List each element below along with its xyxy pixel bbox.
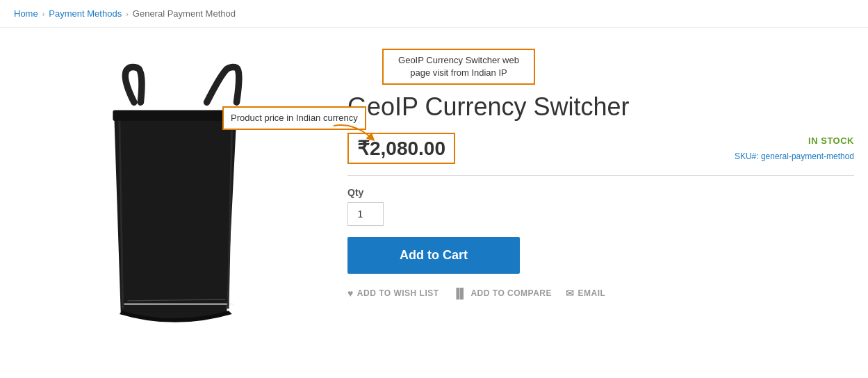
breadcrumb-sep-1: › xyxy=(42,10,45,18)
qty-section: Qty xyxy=(347,187,854,226)
divider xyxy=(347,175,854,176)
in-stock-badge: IN STOCK xyxy=(735,133,854,149)
qty-label: Qty xyxy=(347,187,854,198)
breadcrumb: Home › Payment Methods › General Payment… xyxy=(0,0,868,28)
breadcrumb-home[interactable]: Home xyxy=(14,8,38,19)
stock-sku: IN STOCK SKU#: general-payment-method xyxy=(735,133,854,164)
sku: SKU#: general-payment-method xyxy=(735,149,854,165)
action-links: ♥ ADD TO WISH LIST ▐▌ ADD TO COMPARE ✉ E… xyxy=(347,288,854,299)
price-label-callout: Product price in Indian currency xyxy=(222,106,366,130)
product-title: GeoIP Currency Switcher xyxy=(347,92,854,122)
add-to-wishlist-link[interactable]: ♥ ADD TO WISH LIST xyxy=(347,288,439,299)
product-image-area xyxy=(14,49,334,354)
add-to-compare-link[interactable]: ▐▌ ADD TO COMPARE xyxy=(453,288,552,299)
email-link[interactable]: ✉ EMAIL xyxy=(566,288,605,299)
add-to-cart-button[interactable]: Add to Cart xyxy=(347,237,520,274)
heart-icon: ♥ xyxy=(347,288,354,299)
compare-icon: ▐▌ xyxy=(453,288,468,299)
geoip-callout: GeoIP Currency Switcher web page visit f… xyxy=(382,49,535,85)
svg-rect-0 xyxy=(113,110,238,121)
email-icon: ✉ xyxy=(566,288,575,299)
product-price: ₹2,080.00 xyxy=(347,133,455,164)
breadcrumb-payment-methods[interactable]: Payment Methods xyxy=(49,8,122,19)
breadcrumb-sep-2: › xyxy=(126,10,129,18)
qty-input[interactable] xyxy=(347,202,384,226)
product-image xyxy=(63,63,285,340)
product-page: GeoIP Currency Switcher web page visit f… xyxy=(0,28,868,375)
product-info: GeoIP Currency Switcher web page visit f… xyxy=(334,49,854,354)
product-meta: Product price in Indian currency ₹2,080.… xyxy=(347,133,854,164)
breadcrumb-current: General Payment Method xyxy=(133,8,236,19)
